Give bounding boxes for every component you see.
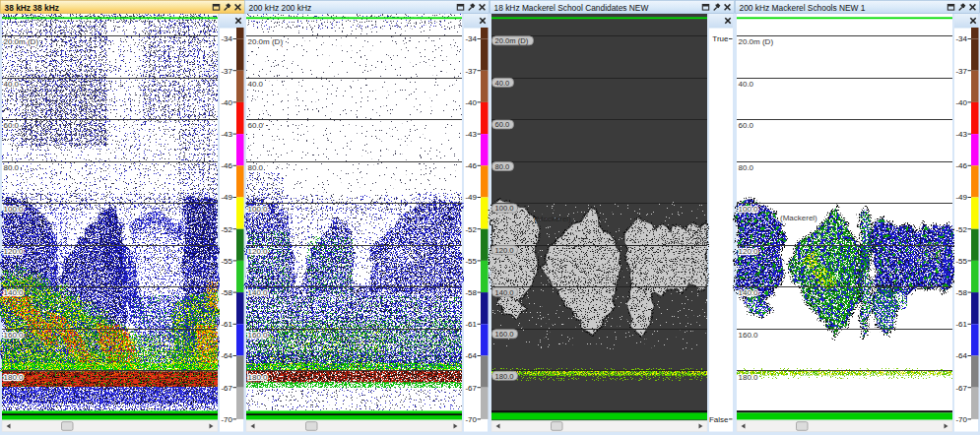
svg-text:-37: -37: [221, 67, 232, 76]
svg-text:-40: -40: [221, 98, 232, 107]
svg-text:60.0: 60.0: [739, 121, 754, 130]
svg-text:60.0: 60.0: [495, 120, 510, 129]
svg-text:-67: -67: [465, 384, 477, 393]
svg-text:180.0: 180.0: [495, 372, 514, 381]
svg-text:120.0: 120.0: [495, 246, 514, 255]
svg-text:-52: -52: [465, 225, 477, 234]
svg-text:100.0: 100.0: [4, 205, 25, 214]
svg-text:180.0: 180.0: [4, 373, 25, 382]
svg-text:-67: -67: [955, 384, 967, 393]
svg-text:80.0: 80.0: [4, 163, 20, 172]
svg-text:-55: -55: [465, 257, 477, 266]
svg-text:18 kHz Mackerel School Candida: 18 kHz Mackerel School Candidates NEW: [494, 3, 649, 13]
svg-text:-70: -70: [955, 415, 967, 424]
svg-text:60.0: 60.0: [4, 121, 20, 130]
svg-text:-43: -43: [221, 130, 232, 139]
svg-text:100.0: 100.0: [739, 205, 759, 214]
svg-text:140.0: 140.0: [248, 288, 269, 297]
svg-text:(Mackerel): (Mackerel): [780, 214, 817, 222]
svg-text:-34: -34: [221, 34, 232, 43]
svg-text:-70: -70: [465, 415, 477, 424]
svg-text:40.0: 40.0: [739, 80, 754, 89]
svg-text:False: False: [709, 415, 729, 424]
svg-text:-61: -61: [221, 320, 232, 329]
svg-text:-55: -55: [221, 257, 232, 266]
svg-text:-58: -58: [465, 288, 477, 297]
svg-text:80.0: 80.0: [495, 162, 510, 171]
svg-text:-64: -64: [221, 351, 232, 360]
svg-text:-46: -46: [465, 161, 477, 170]
svg-text:-40: -40: [955, 98, 967, 107]
svg-text:80.0: 80.0: [739, 163, 754, 172]
svg-text:-46: -46: [955, 161, 967, 170]
svg-text:True: True: [712, 34, 729, 43]
svg-text:-34: -34: [465, 34, 477, 43]
svg-text:20.0m (D): 20.0m (D): [248, 37, 284, 46]
svg-text:140.0: 140.0: [495, 288, 514, 297]
svg-text:-37: -37: [955, 67, 967, 76]
svg-text:180.0: 180.0: [739, 373, 759, 382]
svg-text:-49: -49: [955, 193, 967, 202]
svg-text:60.0: 60.0: [248, 121, 264, 130]
svg-text:-46: -46: [221, 161, 232, 170]
svg-text:-64: -64: [465, 351, 477, 360]
svg-text:100.0: 100.0: [248, 205, 269, 214]
svg-text:-61: -61: [465, 320, 477, 329]
svg-text:-52: -52: [221, 225, 232, 234]
svg-text:-43: -43: [465, 130, 477, 139]
svg-text:-70: -70: [221, 415, 232, 424]
svg-text:120.0: 120.0: [248, 247, 269, 256]
svg-text:-52: -52: [955, 225, 967, 234]
svg-text:120.0: 120.0: [4, 247, 25, 256]
svg-text:-58: -58: [955, 288, 967, 297]
svg-text:140.0: 140.0: [4, 288, 25, 297]
svg-text:-64: -64: [955, 351, 967, 360]
svg-text:100.0: 100.0: [495, 204, 514, 213]
svg-text:160.0: 160.0: [4, 331, 25, 340]
svg-text:160.0: 160.0: [495, 330, 514, 339]
svg-text:-37: -37: [465, 67, 477, 76]
svg-text:180.0: 180.0: [248, 373, 269, 382]
svg-text:40.0: 40.0: [495, 79, 510, 88]
svg-text:-49: -49: [465, 193, 477, 202]
svg-text:120.0: 120.0: [739, 247, 759, 256]
svg-text:-58: -58: [221, 288, 232, 297]
svg-text:20.0m (D): 20.0m (D): [4, 37, 39, 46]
svg-text:40.0: 40.0: [248, 80, 264, 89]
svg-text:-40: -40: [465, 98, 477, 107]
svg-text:38 kHz 38 kHz: 38 kHz 38 kHz: [5, 3, 59, 13]
svg-text:-49: -49: [221, 193, 232, 202]
svg-text:20.0m (D): 20.0m (D): [495, 36, 529, 45]
svg-text:-67: -67: [221, 384, 232, 393]
svg-text:-43: -43: [955, 130, 967, 139]
svg-text:160.0: 160.0: [739, 331, 759, 340]
svg-text:-61: -61: [955, 320, 967, 329]
svg-text:140.0: 140.0: [739, 288, 759, 297]
svg-text:80.0: 80.0: [248, 163, 264, 172]
svg-text:20.0m (D): 20.0m (D): [739, 37, 774, 46]
svg-text:-34: -34: [955, 34, 967, 43]
svg-text:200 kHz 200 kHz: 200 kHz 200 kHz: [249, 3, 312, 13]
svg-text:(Mackerel): (Mackerel): [534, 215, 571, 223]
svg-text:160.0: 160.0: [248, 331, 269, 340]
svg-text:-55: -55: [955, 257, 967, 266]
svg-text:200 kHz Mackerel Schools NEW 1: 200 kHz Mackerel Schools NEW 1: [740, 3, 866, 13]
svg-text:40.0: 40.0: [4, 80, 20, 89]
